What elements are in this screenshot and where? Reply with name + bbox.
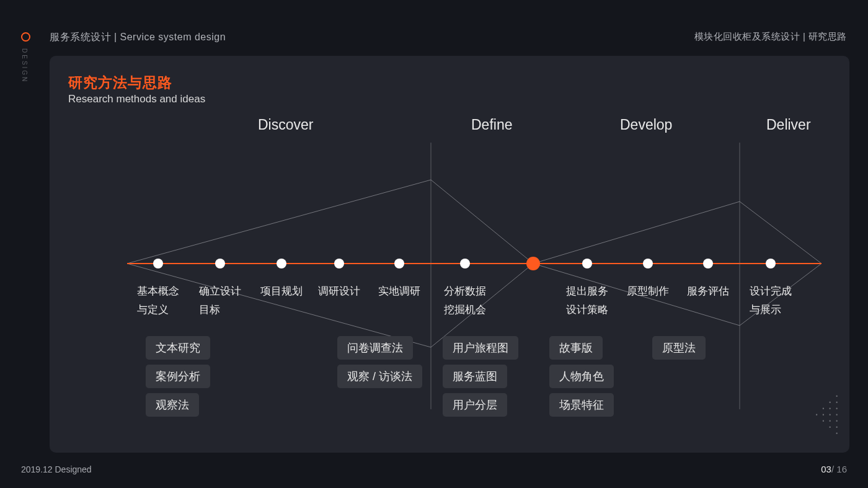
title-cn: 研究方法与思路 (68, 73, 172, 92)
title-en: Research methods and ideas (68, 93, 205, 105)
content-card: 研究方法与思路 Research methods and ideas Disco… (50, 56, 849, 453)
step-1-l2: 与定义 (137, 304, 169, 316)
node-3 (277, 259, 286, 268)
chip: 用户旅程图 (443, 336, 518, 360)
step-7-l1: 提出服务 (566, 285, 608, 297)
node-6 (460, 259, 470, 268)
step-6: 分析数据 挖掘机会 (444, 282, 486, 319)
step-2-l1: 确立设计 (199, 285, 241, 297)
decor-dots-br: • •• ••• •••• ••• •• • (815, 394, 842, 437)
node-1 (153, 259, 163, 268)
step-5: 实地调研 (378, 282, 420, 301)
footer-left: 2019.12 Designed (21, 464, 92, 474)
chip: 场景特征 (549, 393, 614, 417)
step-2: 确立设计 目标 (199, 282, 241, 319)
chip: 用户分层 (443, 393, 507, 417)
node-highlight (526, 257, 540, 270)
step-10-l1: 设计完成 (750, 285, 792, 297)
node-8 (643, 259, 653, 268)
step-8: 原型制作 (627, 282, 669, 301)
step-7-l2: 设计策略 (566, 304, 608, 316)
methods-discover-right: 问卷调查法 观察 / 访谈法 (337, 336, 422, 388)
page-number: 03/ 16 (821, 464, 847, 474)
node-10 (766, 259, 776, 268)
step-1: 基本概念 与定义 (137, 282, 179, 319)
node-5 (394, 259, 404, 268)
chip: 观察法 (146, 393, 199, 417)
step-2-l2: 目标 (199, 304, 220, 316)
phase-develop: Develop (620, 117, 672, 133)
phase-define: Define (471, 117, 512, 133)
logo-ring-icon (21, 32, 30, 42)
node-7 (582, 259, 592, 268)
step-3: 项目规划 (260, 282, 303, 301)
page-total: / 16 (831, 464, 847, 474)
phase-deliver: Deliver (766, 117, 811, 133)
brand-vertical: DESIGN (21, 48, 28, 83)
double-diamond-diagram: 基本概念 与定义 确立设计 目标 项目规划 调研设计 实地调研 分析数据 挖掘机… (50, 143, 849, 409)
methods-define: 用户旅程图 服务蓝图 用户分层 (443, 336, 518, 417)
step-6-l2: 挖掘机会 (444, 304, 486, 316)
node-4 (334, 259, 344, 268)
chip: 文本研究 (146, 336, 210, 360)
methods-discover-left: 文本研究 案例分析 观察法 (146, 336, 210, 417)
methods-deliver: 原型法 (652, 336, 706, 360)
chip: 故事版 (549, 336, 603, 360)
page-current: 03 (821, 464, 831, 474)
chip: 人物角色 (549, 365, 614, 388)
header-right: 模块化回收柜及系统设计 | 研究思路 (694, 31, 847, 43)
step-10: 设计完成 与展示 (750, 282, 792, 319)
node-9 (703, 259, 713, 268)
chip: 原型法 (652, 336, 706, 360)
methods-develop: 故事版 人物角色 场景特征 (549, 336, 614, 417)
step-10-l2: 与展示 (750, 304, 781, 316)
phase-discover: Discover (258, 117, 313, 133)
step-1-l1: 基本概念 (137, 285, 179, 297)
chip: 案例分析 (146, 365, 210, 388)
chip: 问卷调查法 (337, 336, 413, 360)
step-9: 服务评估 (687, 282, 729, 301)
chip: 服务蓝图 (443, 365, 507, 388)
step-4: 调研设计 (318, 282, 360, 301)
chip: 观察 / 访谈法 (337, 365, 422, 388)
header-left: 服务系统设计 | Service system design (50, 31, 226, 44)
step-6-l1: 分析数据 (444, 285, 486, 297)
node-2 (215, 259, 225, 268)
step-7: 提出服务 设计策略 (566, 282, 608, 319)
